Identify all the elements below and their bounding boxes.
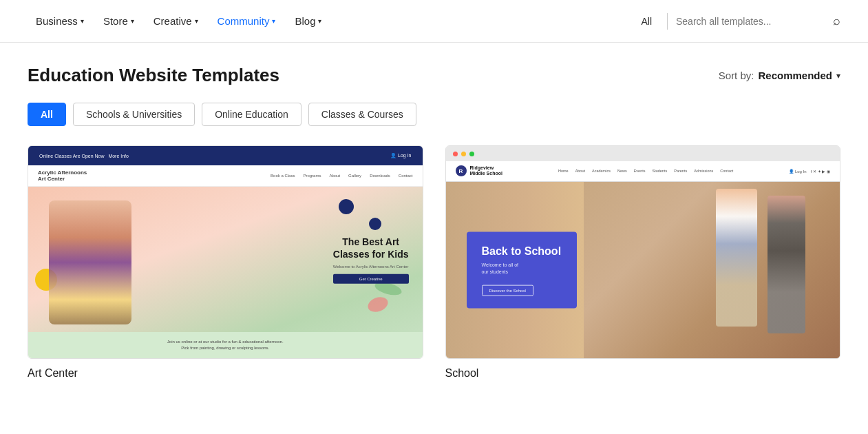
school-login: 👤 Log In <box>789 169 806 174</box>
nav-label-blog: Blog <box>295 15 315 27</box>
art-bottom-strip: Join us online or at our studio for a fu… <box>28 332 423 358</box>
school-nav-right: 👤 Log In f ✕ ✦ ▶ ◉ <box>789 169 830 174</box>
chevron-down-icon: ▾ <box>318 17 321 25</box>
art-kids-bg: The Best ArtClasses for Kids Welcome to … <box>28 187 423 332</box>
school-nav-link: Contact <box>720 169 733 173</box>
school-overlay-sub: Welcome to all ofour students <box>482 262 562 276</box>
art-top-bar: Online Classes Are Open Now More Info 👤 … <box>28 146 423 165</box>
art-nav-link: Book a Class <box>271 174 295 178</box>
decorative-shape-pink <box>366 294 390 314</box>
sort-by-value: Recommended <box>758 70 832 81</box>
school-preview: R RidgeviewMiddle School Home About Acad… <box>445 145 841 359</box>
school-cta-button[interactable]: Discover the School <box>482 285 533 296</box>
school-nav-link: Students <box>653 169 668 173</box>
school-nav: R RidgeviewMiddle School Home About Acad… <box>446 161 840 182</box>
browser-dot-red <box>453 152 458 156</box>
nav-label-store: Store <box>103 15 128 27</box>
students-area <box>584 182 840 358</box>
chevron-down-icon: ▾ <box>272 17 275 25</box>
page-title: Education Website Templates <box>28 65 279 86</box>
art-text-overlay: The Best ArtClasses for Kids Welcome to … <box>333 235 409 283</box>
nav-item-blog[interactable]: Blog ▾ <box>286 10 330 32</box>
art-nav-link: Contact <box>399 174 413 178</box>
art-nav-link: Gallery <box>348 174 361 178</box>
nav-right: All ⌕ <box>634 12 840 31</box>
filter-tab-classes[interactable]: Classes & Courses <box>308 103 416 126</box>
nav-item-community[interactable]: Community ▾ <box>209 10 284 32</box>
filter-tabs: All Schools & Universities Online Educat… <box>28 103 840 126</box>
search-input[interactable] <box>676 16 827 27</box>
nav-label-creative: Creative <box>154 15 192 27</box>
nav-item-store[interactable]: Store ▾ <box>95 10 142 32</box>
template-name-school: School <box>445 367 841 380</box>
school-logo-text: RidgeviewMiddle School <box>470 165 502 177</box>
templates-grid: Online Classes Are Open Now More Info 👤 … <box>28 145 840 380</box>
art-nav-link: Downloads <box>370 174 390 178</box>
art-center-preview: Online Classes Are Open Now More Info 👤 … <box>28 145 423 359</box>
sort-by-label: Sort by: <box>719 70 754 81</box>
art-body: The Best ArtClasses for Kids Welcome to … <box>28 187 423 332</box>
filter-tab-schools[interactable]: Schools & Universities <box>73 103 195 126</box>
page-content: Education Website Templates Sort by: Rec… <box>0 43 868 393</box>
chevron-down-icon: ▾ <box>195 17 198 25</box>
nav-item-business[interactable]: Business ▾ <box>28 10 92 32</box>
sort-by-dropdown[interactable]: Sort by: Recommended ▾ <box>719 70 840 81</box>
template-card-school[interactable]: R RidgeviewMiddle School Home About Acad… <box>445 145 841 380</box>
browser-dot-yellow <box>461 152 466 156</box>
school-logo-emblem: R <box>459 168 463 174</box>
school-nav-link: Events <box>634 169 646 173</box>
school-logo-area: R RidgeviewMiddle School <box>456 165 502 177</box>
page-header: Education Website Templates Sort by: Rec… <box>28 65 840 86</box>
school-overlay-box: Back to School Welcome to all ofour stud… <box>467 232 577 309</box>
nav-label-business: Business <box>36 15 78 27</box>
chevron-down-icon: ▾ <box>81 17 84 25</box>
school-nav-links: Home About Academics News Events Student… <box>558 169 733 173</box>
chevron-down-icon: ▾ <box>131 17 134 25</box>
art-nav-link: Programs <box>303 174 321 178</box>
nav-bar: Business ▾ Store ▾ Creative ▾ Community … <box>0 0 868 43</box>
search-container: ⌕ <box>676 14 840 28</box>
nav-left: Business ▾ Store ▾ Creative ▾ Community … <box>28 10 634 32</box>
school-social-icons: f ✕ ✦ ▶ ◉ <box>811 169 830 174</box>
school-bg-image: Back to School Welcome to all ofour stud… <box>446 182 840 358</box>
school-nav-link: Home <box>558 169 569 173</box>
template-name-art-center: Art Center <box>28 367 423 380</box>
art-top-bar-text: Online Classes Are Open Now More Info <box>39 154 129 158</box>
art-person-figure <box>49 200 131 324</box>
nav-label-community: Community <box>218 15 270 27</box>
school-nav-link: News <box>617 169 627 173</box>
nav-item-creative[interactable]: Creative ▾ <box>145 10 207 32</box>
filter-tab-online-education[interactable]: Online Education <box>202 103 301 126</box>
school-main: Back to School Welcome to all ofour stud… <box>446 182 840 358</box>
browser-dot-green <box>469 152 474 156</box>
art-cta-button[interactable]: Get Creative <box>333 274 409 284</box>
art-nav: Acrylic AfternoonsArt Center Book a Clas… <box>28 165 423 187</box>
chevron-down-icon: ▾ <box>836 71 840 81</box>
art-logo: Acrylic AfternoonsArt Center <box>38 169 87 182</box>
school-nav-link: Admissions <box>694 169 713 173</box>
student-figure-2 <box>768 196 805 333</box>
search-icon[interactable]: ⌕ <box>833 14 840 28</box>
art-overlay-sub: Welcome to Acrylic Afternoons Art Center <box>333 265 409 269</box>
school-browser-bar <box>446 146 840 161</box>
school-overlay-heading: Back to School <box>482 245 562 258</box>
school-nav-link: About <box>575 169 585 173</box>
all-filter-button[interactable]: All <box>634 12 659 31</box>
art-nav-links: Book a Class Programs About Gallery Down… <box>271 174 412 178</box>
art-nav-link: About <box>329 174 340 178</box>
school-logo-icon: R <box>456 165 467 176</box>
art-top-bar-right: 👤 Log In <box>390 153 411 158</box>
student-figure-1 <box>716 189 757 327</box>
school-nav-link: Academics <box>592 169 611 173</box>
decorative-dot-navy2 <box>369 218 381 230</box>
school-nav-link: Parents <box>674 169 687 173</box>
decorative-dot-navy <box>339 199 354 214</box>
nav-divider <box>667 13 668 30</box>
template-card-art-center[interactable]: Online Classes Are Open Now More Info 👤 … <box>28 145 423 380</box>
filter-tab-all[interactable]: All <box>28 103 66 126</box>
art-overlay-heading: The Best ArtClasses for Kids <box>333 235 409 260</box>
